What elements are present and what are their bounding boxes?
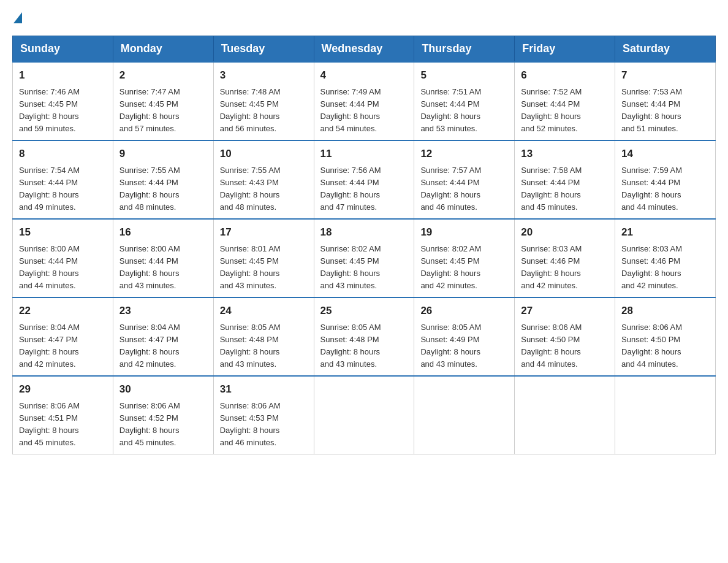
calendar-cell: 8Sunrise: 7:54 AMSunset: 4:44 PMDaylight… (13, 140, 113, 219)
day-number: 11 (320, 146, 408, 162)
day-number: 13 (521, 146, 609, 162)
day-number: 19 (420, 224, 508, 240)
day-number: 24 (220, 303, 308, 319)
day-number: 4 (320, 67, 408, 83)
day-info: Sunrise: 7:46 AMSunset: 4:45 PMDaylight:… (19, 86, 107, 136)
weekday-header-saturday: Saturday (615, 36, 716, 63)
logo (12, 12, 22, 23)
weekday-header-friday: Friday (515, 36, 615, 63)
calendar-week-row: 29Sunrise: 8:06 AMSunset: 4:51 PMDayligh… (13, 376, 716, 454)
calendar-cell: 28Sunrise: 8:06 AMSunset: 4:50 PMDayligh… (615, 297, 716, 376)
day-info: Sunrise: 8:05 AMSunset: 4:48 PMDaylight:… (220, 321, 308, 371)
calendar-cell (314, 376, 414, 454)
day-number: 1 (19, 67, 107, 83)
day-info: Sunrise: 7:54 AMSunset: 4:44 PMDaylight:… (19, 164, 107, 214)
day-number: 7 (621, 67, 709, 83)
day-number: 10 (220, 146, 308, 162)
day-info: Sunrise: 8:00 AMSunset: 4:44 PMDaylight:… (19, 243, 107, 293)
weekday-header-thursday: Thursday (414, 36, 515, 63)
day-info: Sunrise: 7:55 AMSunset: 4:44 PMDaylight:… (119, 164, 207, 214)
day-info: Sunrise: 8:06 AMSunset: 4:52 PMDaylight:… (119, 400, 207, 450)
calendar-header-row: SundayMondayTuesdayWednesdayThursdayFrid… (13, 36, 716, 63)
calendar-cell: 20Sunrise: 8:03 AMSunset: 4:46 PMDayligh… (515, 219, 615, 297)
weekday-header-monday: Monday (113, 36, 213, 63)
day-number: 26 (420, 303, 508, 319)
day-info: Sunrise: 8:05 AMSunset: 4:49 PMDaylight:… (420, 321, 508, 371)
day-number: 8 (19, 146, 107, 162)
calendar-week-row: 1Sunrise: 7:46 AMSunset: 4:45 PMDaylight… (13, 62, 716, 140)
calendar-cell: 10Sunrise: 7:55 AMSunset: 4:43 PMDayligh… (213, 140, 314, 219)
calendar-week-row: 15Sunrise: 8:00 AMSunset: 4:44 PMDayligh… (13, 219, 716, 297)
day-info: Sunrise: 8:01 AMSunset: 4:45 PMDaylight:… (220, 243, 308, 293)
calendar-cell (515, 376, 615, 454)
day-info: Sunrise: 8:05 AMSunset: 4:48 PMDaylight:… (320, 321, 408, 371)
calendar-cell: 4Sunrise: 7:49 AMSunset: 4:44 PMDaylight… (314, 62, 414, 140)
calendar-cell: 29Sunrise: 8:06 AMSunset: 4:51 PMDayligh… (13, 376, 113, 454)
calendar-cell: 26Sunrise: 8:05 AMSunset: 4:49 PMDayligh… (414, 297, 515, 376)
day-info: Sunrise: 8:06 AMSunset: 4:50 PMDaylight:… (621, 321, 709, 371)
day-info: Sunrise: 8:03 AMSunset: 4:46 PMDaylight:… (621, 243, 709, 293)
day-number: 3 (220, 67, 308, 83)
day-number: 14 (621, 146, 709, 162)
day-info: Sunrise: 7:55 AMSunset: 4:43 PMDaylight:… (220, 164, 308, 214)
day-number: 18 (320, 224, 408, 240)
calendar-cell: 14Sunrise: 7:59 AMSunset: 4:44 PMDayligh… (615, 140, 716, 219)
day-info: Sunrise: 7:56 AMSunset: 4:44 PMDaylight:… (320, 164, 408, 214)
day-info: Sunrise: 8:02 AMSunset: 4:45 PMDaylight:… (320, 243, 408, 293)
day-number: 6 (521, 67, 609, 83)
calendar-cell (615, 376, 716, 454)
calendar-cell: 25Sunrise: 8:05 AMSunset: 4:48 PMDayligh… (314, 297, 414, 376)
calendar-cell: 31Sunrise: 8:06 AMSunset: 4:53 PMDayligh… (213, 376, 314, 454)
weekday-header-sunday: Sunday (13, 36, 113, 63)
calendar-cell: 21Sunrise: 8:03 AMSunset: 4:46 PMDayligh… (615, 219, 716, 297)
calendar-cell: 5Sunrise: 7:51 AMSunset: 4:44 PMDaylight… (414, 62, 515, 140)
day-number: 25 (320, 303, 408, 319)
day-info: Sunrise: 8:06 AMSunset: 4:50 PMDaylight:… (521, 321, 609, 371)
day-info: Sunrise: 8:03 AMSunset: 4:46 PMDaylight:… (521, 243, 609, 293)
calendar-cell (414, 376, 515, 454)
day-number: 5 (420, 67, 508, 83)
calendar-cell: 19Sunrise: 8:02 AMSunset: 4:45 PMDayligh… (414, 219, 515, 297)
day-number: 17 (220, 224, 308, 240)
calendar-cell: 11Sunrise: 7:56 AMSunset: 4:44 PMDayligh… (314, 140, 414, 219)
day-number: 12 (420, 146, 508, 162)
day-info: Sunrise: 8:04 AMSunset: 4:47 PMDaylight:… (119, 321, 207, 371)
weekday-header-wednesday: Wednesday (314, 36, 414, 63)
day-number: 2 (119, 67, 207, 83)
calendar-week-row: 8Sunrise: 7:54 AMSunset: 4:44 PMDaylight… (13, 140, 716, 219)
day-info: Sunrise: 8:02 AMSunset: 4:45 PMDaylight:… (420, 243, 508, 293)
day-number: 23 (119, 303, 207, 319)
day-info: Sunrise: 7:57 AMSunset: 4:44 PMDaylight:… (420, 164, 508, 214)
calendar-cell: 22Sunrise: 8:04 AMSunset: 4:47 PMDayligh… (13, 297, 113, 376)
page-header (12, 12, 716, 23)
day-number: 27 (521, 303, 609, 319)
calendar-cell: 13Sunrise: 7:58 AMSunset: 4:44 PMDayligh… (515, 140, 615, 219)
calendar-cell: 6Sunrise: 7:52 AMSunset: 4:44 PMDaylight… (515, 62, 615, 140)
day-info: Sunrise: 7:52 AMSunset: 4:44 PMDaylight:… (521, 86, 609, 136)
calendar-cell: 23Sunrise: 8:04 AMSunset: 4:47 PMDayligh… (113, 297, 213, 376)
day-number: 31 (220, 381, 308, 397)
day-number: 21 (621, 224, 709, 240)
calendar-week-row: 22Sunrise: 8:04 AMSunset: 4:47 PMDayligh… (13, 297, 716, 376)
day-info: Sunrise: 7:53 AMSunset: 4:44 PMDaylight:… (621, 86, 709, 136)
day-info: Sunrise: 7:49 AMSunset: 4:44 PMDaylight:… (320, 86, 408, 136)
calendar-cell: 18Sunrise: 8:02 AMSunset: 4:45 PMDayligh… (314, 219, 414, 297)
calendar-cell: 12Sunrise: 7:57 AMSunset: 4:44 PMDayligh… (414, 140, 515, 219)
calendar-cell: 7Sunrise: 7:53 AMSunset: 4:44 PMDaylight… (615, 62, 716, 140)
day-info: Sunrise: 7:48 AMSunset: 4:45 PMDaylight:… (220, 86, 308, 136)
calendar-cell: 2Sunrise: 7:47 AMSunset: 4:45 PMDaylight… (113, 62, 213, 140)
day-info: Sunrise: 8:04 AMSunset: 4:47 PMDaylight:… (19, 321, 107, 371)
weekday-header-tuesday: Tuesday (213, 36, 314, 63)
calendar-cell: 17Sunrise: 8:01 AMSunset: 4:45 PMDayligh… (213, 219, 314, 297)
day-number: 30 (119, 381, 207, 397)
calendar-cell: 30Sunrise: 8:06 AMSunset: 4:52 PMDayligh… (113, 376, 213, 454)
day-number: 22 (19, 303, 107, 319)
day-number: 20 (521, 224, 609, 240)
day-number: 9 (119, 146, 207, 162)
calendar-cell: 24Sunrise: 8:05 AMSunset: 4:48 PMDayligh… (213, 297, 314, 376)
calendar-cell: 15Sunrise: 8:00 AMSunset: 4:44 PMDayligh… (13, 219, 113, 297)
day-info: Sunrise: 7:59 AMSunset: 4:44 PMDaylight:… (621, 164, 709, 214)
calendar-cell: 9Sunrise: 7:55 AMSunset: 4:44 PMDaylight… (113, 140, 213, 219)
day-info: Sunrise: 8:06 AMSunset: 4:53 PMDaylight:… (220, 400, 308, 450)
day-info: Sunrise: 7:58 AMSunset: 4:44 PMDaylight:… (521, 164, 609, 214)
